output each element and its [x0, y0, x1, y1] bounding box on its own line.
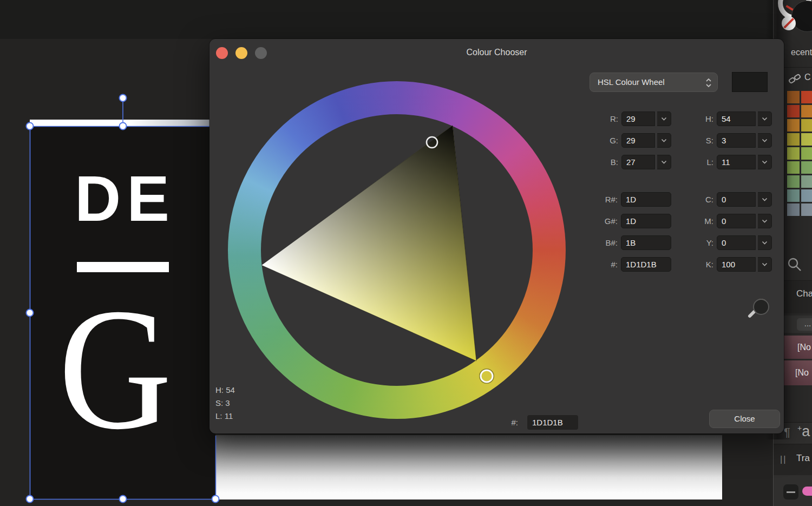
swatch-r4c1[interactable]	[801, 147, 812, 160]
field-rgb-1-input[interactable]: 29	[621, 133, 655, 148]
search-icon[interactable]	[787, 257, 803, 273]
panel-drag-handle-icon[interactable]: ||	[780, 455, 787, 464]
field-cmyk-0-label: C:	[681, 192, 713, 207]
swatch-r6c1[interactable]	[801, 175, 812, 188]
swatch-r2c0[interactable]	[787, 119, 800, 132]
field-hex-2-label: B#:	[582, 235, 618, 250]
field-hsl-2-label: L:	[681, 155, 713, 169]
field-rgb-0-input[interactable]: 29	[621, 111, 655, 126]
field-cmyk-0-stepper[interactable]	[758, 192, 772, 207]
field-rgb-2-label: B:	[586, 155, 618, 169]
field-hex-3-input[interactable]: 1D1D1B	[621, 257, 671, 272]
transparency-panel-title: Tra	[796, 453, 810, 464]
logo-text-de: DE	[75, 167, 183, 231]
background-top-strip	[0, 0, 812, 39]
link-icon[interactable]	[788, 73, 802, 86]
saturation-lightness-triangle[interactable]	[228, 81, 566, 419]
colour-chooser-dialog: Colour Chooser HSL Colour Wheel	[209, 39, 784, 433]
logo-letter-g: G	[58, 301, 172, 437]
field-hex-1-input[interactable]: 1D	[621, 214, 671, 228]
field-hsl-0-input[interactable]: 54	[717, 111, 756, 126]
remove-button[interactable]	[783, 484, 798, 500]
swatch-r0c0[interactable]	[787, 91, 800, 103]
field-hsl-1-input[interactable]: 3	[717, 133, 756, 148]
field-cmyk-2-input[interactable]: 0	[717, 235, 756, 250]
rotation-handle[interactable]	[120, 95, 127, 102]
no-colour-swatch-icon[interactable]	[782, 16, 796, 30]
artwork-white-bar	[30, 120, 209, 126]
footer-hex-label: #:	[502, 418, 518, 427]
logo-divider-bar	[77, 262, 169, 272]
recent-swatch-grid	[787, 91, 812, 216]
field-hsl-0-stepper[interactable]	[758, 111, 772, 126]
no-colour-slash	[783, 18, 794, 28]
hsl-readout: H: 54 S: 3 L: 11	[215, 384, 235, 423]
field-cmyk-0-input[interactable]: 0	[717, 192, 756, 207]
field-rgb-0-label: R:	[586, 111, 618, 126]
field-hsl-2-stepper[interactable]	[758, 155, 772, 169]
field-hsl-0-label: H:	[681, 111, 713, 126]
swatch-r5c0[interactable]	[787, 161, 800, 174]
field-cmyk-1-stepper[interactable]	[758, 214, 772, 228]
field-cmyk-3-stepper[interactable]	[758, 257, 772, 272]
document-page	[215, 435, 722, 500]
field-rgb-1-label: G:	[586, 133, 618, 148]
swatch-r4c0[interactable]	[787, 147, 800, 160]
field-rgb-1-stepper[interactable]	[657, 133, 671, 148]
field-cmyk-1-input[interactable]: 0	[717, 214, 756, 228]
field-rgb-0-stepper[interactable]	[657, 111, 671, 126]
sl-marker[interactable]	[427, 137, 437, 148]
footer-hex-input[interactable]: 1D1D1B	[527, 415, 578, 430]
paragraph-icon[interactable]: ¶	[784, 425, 790, 439]
swatch-r6c0[interactable]	[787, 175, 800, 188]
swatch-r0c1[interactable]	[801, 91, 812, 103]
panel-menu-button[interactable]: ...	[797, 318, 812, 331]
current-colour-swatch	[732, 72, 768, 92]
field-hex-1-label: G#:	[582, 214, 618, 228]
field-hex-3-label: #:	[582, 257, 618, 272]
hue-marker[interactable]	[481, 370, 493, 382]
minus-icon	[787, 491, 795, 493]
colour-model-value: HSL Colour Wheel	[598, 77, 665, 87]
field-cmyk-2-label: Y:	[681, 235, 713, 250]
field-hsl-2-input[interactable]: 11	[717, 155, 756, 169]
swatch-r8c1[interactable]	[801, 203, 812, 216]
field-rgb-2-input[interactable]: 27	[621, 155, 655, 169]
gradient-stop-pill[interactable]	[802, 487, 812, 496]
recent-label: ecent	[791, 48, 812, 57]
field-hex-0-input[interactable]: 1D	[621, 192, 671, 207]
swatch-r8c0[interactable]	[787, 203, 800, 216]
swatch-r5c1[interactable]	[801, 161, 812, 174]
up-down-chevron-icon	[705, 77, 712, 88]
field-cmyk-1-label: M:	[681, 214, 713, 228]
swatch-r1c0[interactable]	[787, 105, 800, 117]
colours-dropdown-label[interactable]: C	[804, 73, 811, 82]
application-canvas: DE G ecent	[0, 0, 812, 506]
swatch-r7c0[interactable]	[787, 189, 800, 202]
close-button[interactable]: Close	[709, 410, 780, 428]
swatch-r3c1[interactable]	[801, 133, 812, 146]
dialog-title: Colour Chooser	[209, 48, 784, 57]
field-hsl-1-label: S:	[681, 133, 713, 148]
field-cmyk-2-stepper[interactable]	[758, 235, 772, 250]
swatch-r1c1[interactable]	[801, 105, 812, 117]
swatch-r7c1[interactable]	[801, 189, 812, 202]
field-cmyk-3-input[interactable]: 100	[717, 257, 756, 272]
field-hsl-1-stepper[interactable]	[758, 133, 772, 148]
channels-panel-title: Cha	[796, 288, 812, 299]
swatch-r2c1[interactable]	[801, 119, 812, 132]
superscript-text-icon[interactable]: +a	[797, 423, 810, 440]
colour-model-dropdown[interactable]: HSL Colour Wheel	[590, 73, 718, 92]
field-hex-2-input[interactable]: 1B	[621, 235, 671, 250]
swatch-r3c0[interactable]	[787, 133, 800, 146]
field-cmyk-3-label: K:	[681, 257, 713, 272]
field-rgb-2-stepper[interactable]	[657, 155, 671, 169]
field-hex-0-label: R#:	[582, 192, 618, 207]
picked-colour-circle	[753, 299, 769, 315]
